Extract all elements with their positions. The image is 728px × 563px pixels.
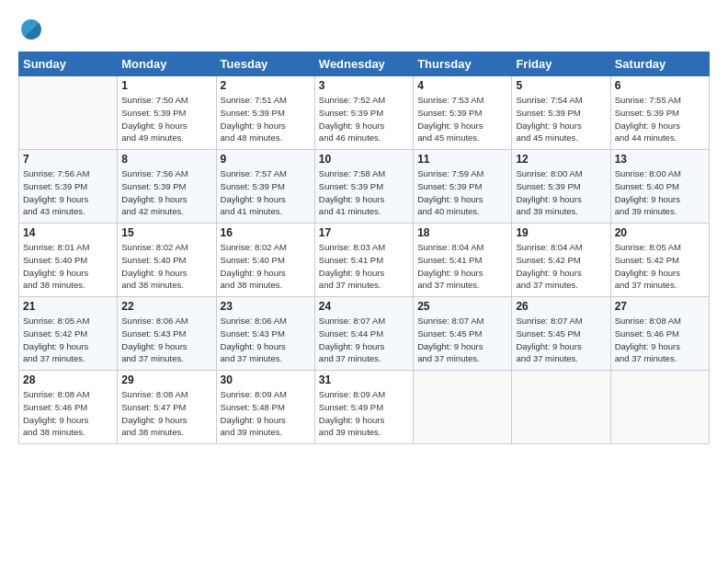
calendar-week-row: 28Sunrise: 8:08 AMSunset: 5:46 PMDayligh… bbox=[19, 371, 710, 444]
day-info: Sunrise: 8:02 AMSunset: 5:40 PMDaylight:… bbox=[121, 241, 211, 292]
day-number: 23 bbox=[221, 300, 311, 313]
day-number: 28 bbox=[23, 373, 113, 386]
day-number: 30 bbox=[221, 373, 311, 386]
day-info: Sunrise: 8:00 AMSunset: 5:40 PMDaylight:… bbox=[615, 167, 705, 218]
calendar-cell: 25Sunrise: 8:07 AMSunset: 5:45 PMDayligh… bbox=[414, 297, 512, 371]
day-info: Sunrise: 8:06 AMSunset: 5:43 PMDaylight:… bbox=[121, 315, 211, 365]
day-info: Sunrise: 8:08 AMSunset: 5:47 PMDaylight:… bbox=[121, 388, 211, 439]
day-number: 26 bbox=[516, 300, 606, 313]
day-info: Sunrise: 8:07 AMSunset: 5:44 PMDaylight:… bbox=[319, 315, 409, 365]
calendar-cell: 6Sunrise: 7:55 AMSunset: 5:39 PMDaylight… bbox=[610, 76, 709, 150]
logo-icon bbox=[18, 17, 44, 42]
calendar-cell: 12Sunrise: 8:00 AMSunset: 5:39 PMDayligh… bbox=[512, 150, 610, 224]
calendar-cell: 1Sunrise: 7:50 AMSunset: 5:39 PMDaylight… bbox=[118, 76, 216, 150]
calendar-cell bbox=[19, 76, 118, 150]
day-number: 6 bbox=[615, 79, 705, 92]
day-number: 4 bbox=[417, 79, 507, 92]
day-number: 21 bbox=[23, 300, 113, 313]
day-number: 12 bbox=[516, 153, 606, 166]
weekday-header-friday: Friday bbox=[512, 52, 610, 76]
day-number: 8 bbox=[121, 153, 211, 166]
day-number: 2 bbox=[221, 79, 311, 92]
day-info: Sunrise: 7:53 AMSunset: 5:39 PMDaylight:… bbox=[417, 94, 507, 144]
day-number: 13 bbox=[615, 153, 705, 166]
day-info: Sunrise: 8:03 AMSunset: 5:41 PMDaylight:… bbox=[319, 241, 409, 292]
calendar-cell: 2Sunrise: 7:51 AMSunset: 5:39 PMDaylight… bbox=[216, 76, 314, 150]
day-number: 16 bbox=[221, 226, 311, 239]
weekday-header-monday: Monday bbox=[118, 52, 216, 76]
calendar-cell: 20Sunrise: 8:05 AMSunset: 5:42 PMDayligh… bbox=[610, 224, 709, 297]
calendar-cell bbox=[512, 371, 610, 444]
header bbox=[18, 17, 710, 42]
calendar-cell: 3Sunrise: 7:52 AMSunset: 5:39 PMDaylight… bbox=[314, 76, 413, 150]
calendar-cell: 10Sunrise: 7:58 AMSunset: 5:39 PMDayligh… bbox=[314, 150, 413, 224]
day-number: 9 bbox=[221, 153, 311, 166]
calendar-cell: 31Sunrise: 8:09 AMSunset: 5:49 PMDayligh… bbox=[314, 371, 413, 444]
day-info: Sunrise: 7:52 AMSunset: 5:39 PMDaylight:… bbox=[319, 94, 409, 144]
calendar-cell: 11Sunrise: 7:59 AMSunset: 5:39 PMDayligh… bbox=[414, 150, 512, 224]
calendar-cell: 4Sunrise: 7:53 AMSunset: 5:39 PMDaylight… bbox=[414, 76, 512, 150]
weekday-header-saturday: Saturday bbox=[610, 52, 709, 76]
weekday-header-row: SundayMondayTuesdayWednesdayThursdayFrid… bbox=[19, 52, 710, 76]
calendar-cell: 5Sunrise: 7:54 AMSunset: 5:39 PMDaylight… bbox=[512, 76, 610, 150]
calendar-cell: 8Sunrise: 7:56 AMSunset: 5:39 PMDaylight… bbox=[118, 150, 216, 224]
day-info: Sunrise: 7:56 AMSunset: 5:39 PMDaylight:… bbox=[23, 167, 113, 218]
day-number: 7 bbox=[23, 153, 113, 166]
day-number: 19 bbox=[516, 226, 606, 239]
day-number: 24 bbox=[319, 300, 409, 313]
calendar-cell: 13Sunrise: 8:00 AMSunset: 5:40 PMDayligh… bbox=[610, 150, 709, 224]
day-info: Sunrise: 7:50 AMSunset: 5:39 PMDaylight:… bbox=[121, 94, 211, 144]
day-info: Sunrise: 8:08 AMSunset: 5:46 PMDaylight:… bbox=[23, 388, 113, 439]
day-info: Sunrise: 8:02 AMSunset: 5:40 PMDaylight:… bbox=[221, 241, 311, 292]
weekday-header-sunday: Sunday bbox=[19, 52, 118, 76]
day-number: 11 bbox=[417, 153, 507, 166]
calendar-cell: 17Sunrise: 8:03 AMSunset: 5:41 PMDayligh… bbox=[314, 224, 413, 297]
page: SundayMondayTuesdayWednesdayThursdayFrid… bbox=[0, 0, 728, 563]
calendar-cell: 26Sunrise: 8:07 AMSunset: 5:45 PMDayligh… bbox=[512, 297, 610, 371]
day-info: Sunrise: 8:01 AMSunset: 5:40 PMDaylight:… bbox=[23, 241, 113, 292]
calendar-week-row: 7Sunrise: 7:56 AMSunset: 5:39 PMDaylight… bbox=[19, 150, 710, 224]
day-number: 17 bbox=[319, 226, 409, 239]
weekday-header-thursday: Thursday bbox=[414, 52, 512, 76]
day-info: Sunrise: 7:51 AMSunset: 5:39 PMDaylight:… bbox=[221, 94, 311, 144]
calendar-cell: 24Sunrise: 8:07 AMSunset: 5:44 PMDayligh… bbox=[314, 297, 413, 371]
day-number: 5 bbox=[516, 79, 606, 92]
day-number: 15 bbox=[121, 226, 211, 239]
day-number: 1 bbox=[121, 79, 211, 92]
day-info: Sunrise: 7:55 AMSunset: 5:39 PMDaylight:… bbox=[615, 94, 705, 144]
calendar-cell: 21Sunrise: 8:05 AMSunset: 5:42 PMDayligh… bbox=[19, 297, 118, 371]
day-info: Sunrise: 8:04 AMSunset: 5:41 PMDaylight:… bbox=[417, 241, 507, 292]
calendar-cell: 15Sunrise: 8:02 AMSunset: 5:40 PMDayligh… bbox=[118, 224, 216, 297]
calendar-cell bbox=[610, 371, 709, 444]
calendar-week-row: 21Sunrise: 8:05 AMSunset: 5:42 PMDayligh… bbox=[19, 297, 710, 371]
calendar-cell bbox=[414, 371, 512, 444]
day-info: Sunrise: 8:05 AMSunset: 5:42 PMDaylight:… bbox=[615, 241, 705, 292]
calendar-cell: 30Sunrise: 8:09 AMSunset: 5:48 PMDayligh… bbox=[216, 371, 314, 444]
calendar-cell: 29Sunrise: 8:08 AMSunset: 5:47 PMDayligh… bbox=[118, 371, 216, 444]
weekday-header-tuesday: Tuesday bbox=[216, 52, 314, 76]
day-number: 31 bbox=[319, 373, 409, 386]
day-info: Sunrise: 7:59 AMSunset: 5:39 PMDaylight:… bbox=[417, 167, 507, 218]
day-number: 18 bbox=[417, 226, 507, 239]
day-number: 10 bbox=[319, 153, 409, 166]
day-info: Sunrise: 8:05 AMSunset: 5:42 PMDaylight:… bbox=[23, 315, 113, 365]
calendar-cell: 18Sunrise: 8:04 AMSunset: 5:41 PMDayligh… bbox=[414, 224, 512, 297]
calendar-cell: 19Sunrise: 8:04 AMSunset: 5:42 PMDayligh… bbox=[512, 224, 610, 297]
weekday-header-wednesday: Wednesday bbox=[314, 52, 413, 76]
calendar-cell: 23Sunrise: 8:06 AMSunset: 5:43 PMDayligh… bbox=[216, 297, 314, 371]
calendar-cell: 7Sunrise: 7:56 AMSunset: 5:39 PMDaylight… bbox=[19, 150, 118, 224]
calendar-cell: 28Sunrise: 8:08 AMSunset: 5:46 PMDayligh… bbox=[19, 371, 118, 444]
day-number: 27 bbox=[615, 300, 705, 313]
day-info: Sunrise: 8:08 AMSunset: 5:46 PMDaylight:… bbox=[615, 315, 705, 365]
calendar-week-row: 14Sunrise: 8:01 AMSunset: 5:40 PMDayligh… bbox=[19, 224, 710, 297]
day-info: Sunrise: 7:58 AMSunset: 5:39 PMDaylight:… bbox=[319, 167, 409, 218]
calendar-table: SundayMondayTuesdayWednesdayThursdayFrid… bbox=[18, 52, 710, 444]
day-number: 22 bbox=[121, 300, 211, 313]
day-number: 14 bbox=[23, 226, 113, 239]
day-info: Sunrise: 8:09 AMSunset: 5:49 PMDaylight:… bbox=[319, 388, 409, 439]
day-number: 20 bbox=[615, 226, 705, 239]
day-info: Sunrise: 7:54 AMSunset: 5:39 PMDaylight:… bbox=[516, 94, 606, 144]
day-info: Sunrise: 8:07 AMSunset: 5:45 PMDaylight:… bbox=[417, 315, 507, 365]
logo bbox=[18, 17, 50, 42]
calendar-cell: 9Sunrise: 7:57 AMSunset: 5:39 PMDaylight… bbox=[216, 150, 314, 224]
